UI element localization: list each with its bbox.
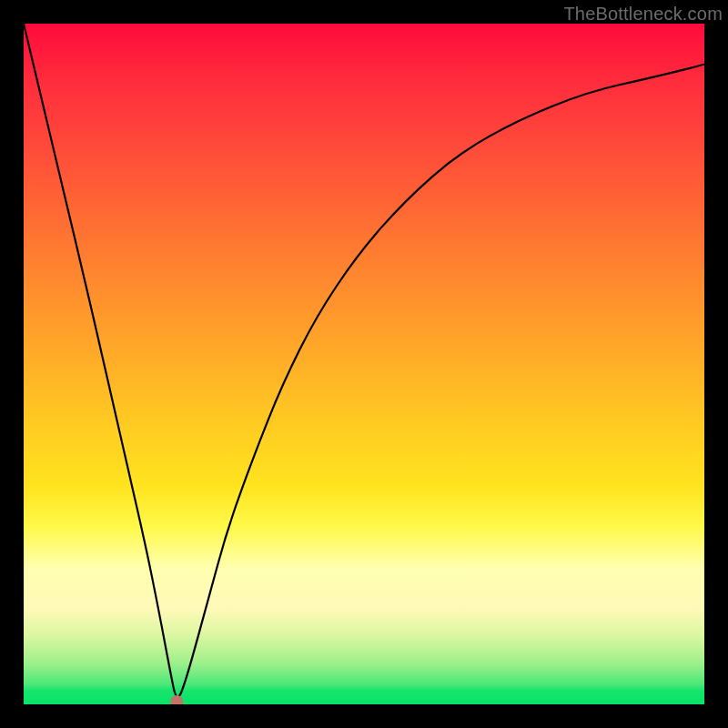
optimal-point-marker (170, 695, 183, 704)
bottleneck-curve (24, 24, 704, 697)
plot-area (24, 24, 704, 704)
chart-frame: TheBottleneck.com (0, 0, 728, 728)
watermark-label: TheBottleneck.com (563, 4, 723, 25)
curve-layer (24, 24, 704, 704)
